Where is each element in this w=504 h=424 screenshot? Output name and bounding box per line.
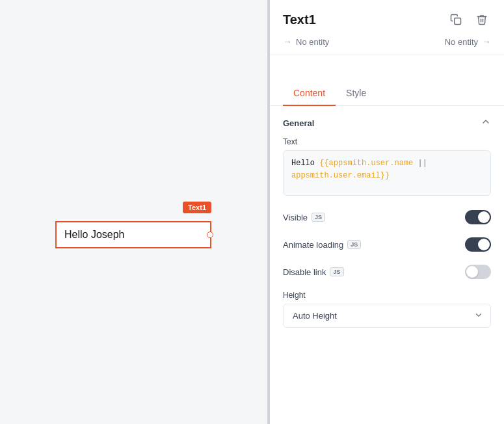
disable-link-label: Disable link JS — [283, 267, 344, 277]
entity-row: → No entity No entity → — [283, 36, 491, 47]
general-section-header[interactable]: General — [270, 106, 504, 137]
animate-loading-toggle-knob — [478, 239, 490, 250]
disable-link-toggle-knob — [466, 266, 478, 278]
svg-rect-0 — [455, 18, 461, 25]
copy-button[interactable] — [447, 10, 465, 29]
visible-text: Visible — [283, 213, 308, 222]
delete-button[interactable] — [473, 10, 491, 29]
animate-loading-toggle-row: Animate loading JS — [270, 231, 504, 258]
code-part-template1: {{appsmith.user.name — [319, 159, 413, 168]
animate-loading-text: Animate loading — [283, 240, 343, 250]
height-field-label: Height — [283, 291, 491, 300]
animate-loading-toggle[interactable] — [465, 237, 491, 252]
general-section-title: General — [283, 118, 314, 128]
visible-js-badge[interactable]: JS — [312, 213, 325, 222]
panel-content: General Text Hello {{appsmith.user.name … — [270, 106, 504, 424]
widget-container[interactable]: Text1 Hello Joseph — [55, 221, 211, 248]
canvas-area: Text1 Hello Joseph — [0, 0, 270, 424]
disable-link-toggle-row: Disable link JS — [270, 258, 504, 285]
entity-right-label: No entity — [445, 37, 478, 47]
height-select-wrapper: Auto Height Fixed Height Auto Height wit… — [283, 304, 491, 328]
height-select[interactable]: Auto Height Fixed Height Auto Height wit… — [283, 304, 491, 328]
animate-loading-label: Animate loading JS — [283, 240, 361, 250]
panel-title: Text1 — [283, 12, 316, 27]
panel-header: Text1 — [270, 0, 504, 55]
entity-right[interactable]: No entity → — [334, 36, 491, 47]
visible-toggle[interactable] — [465, 210, 491, 224]
tabs-row: Content Style — [270, 81, 504, 106]
panel-divider — [267, 0, 270, 424]
panel-icons — [447, 10, 491, 29]
tab-style[interactable]: Style — [336, 81, 377, 106]
text-code-editor[interactable]: Hello {{appsmith.user.name ||appsmith.us… — [283, 150, 491, 196]
tab-content[interactable]: Content — [283, 81, 336, 106]
height-field-group: Height Auto Height Fixed Height Auto Hei… — [270, 285, 504, 336]
code-part-hello: Hello — [291, 159, 319, 168]
visible-toggle-knob — [478, 211, 490, 223]
code-part-template2: appsmith.user.email}} — [291, 171, 390, 180]
entity-left[interactable]: → No entity — [283, 36, 329, 47]
disable-link-toggle[interactable] — [465, 265, 491, 279]
code-part-op: || — [413, 159, 427, 168]
disable-link-text: Disable link — [283, 267, 326, 277]
entity-left-label: No entity — [296, 37, 329, 47]
widget-label: Text1 — [183, 202, 211, 213]
visible-label: Visible JS — [283, 213, 325, 222]
right-panel: Text1 — [270, 0, 504, 424]
entity-left-arrow: → — [283, 36, 292, 47]
widget-box[interactable]: Hello Joseph — [55, 221, 211, 248]
widget-text: Hello Joseph — [64, 229, 125, 241]
animate-loading-js-badge[interactable]: JS — [347, 240, 361, 249]
general-chevron-icon — [481, 116, 491, 129]
title-row: Text1 — [283, 10, 491, 29]
text-field-group: Text Hello {{appsmith.user.name ||appsmi… — [270, 137, 504, 204]
disable-link-js-badge[interactable]: JS — [330, 267, 343, 276]
text-field-label: Text — [283, 137, 491, 146]
visible-toggle-row: Visible JS — [270, 204, 504, 231]
entity-right-arrow: → — [482, 36, 491, 47]
